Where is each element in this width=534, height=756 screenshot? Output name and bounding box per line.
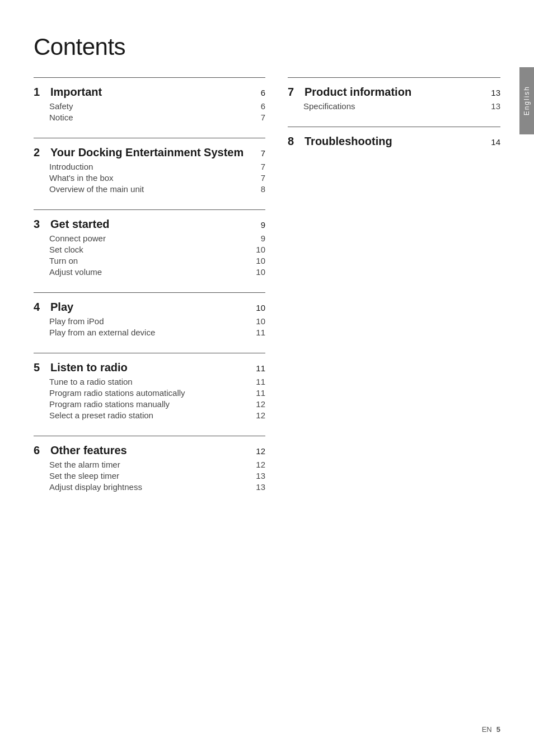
toc-sub-entry: Set clock10 [34,245,265,254]
toc-sub-entry: Safety6 [34,101,265,111]
toc-main-entry: 1Important6 [34,86,265,99]
section-page-number: 9 [261,220,265,230]
sub-entry-title: Set the alarm timer [49,460,120,469]
sidebar-tab: English [519,67,534,134]
section-divider [34,209,265,210]
section-title: Product information [305,86,486,99]
toc-main-entry: 5Listen to radio11 [34,361,265,374]
page-title: Contents [34,34,500,60]
sub-entry-title: Introduction [49,162,93,171]
section-divider [34,353,265,353]
sub-entry-page: 12 [256,460,265,469]
section-number: 1 [34,86,46,99]
sub-entry-page: 11 [256,377,265,386]
sub-entry-page: 11 [256,388,265,398]
section-title: Troubleshooting [305,135,486,148]
sub-entry-title: Tune to a radio station [49,377,133,386]
section-number: 2 [34,146,46,159]
sub-entry-title: Set the sleep timer [49,471,119,480]
section-title: Your Docking Entertainment System [50,146,256,159]
sub-entry-title: Notice [49,113,73,122]
toc-main-entry: 8Troubleshooting14 [288,135,500,148]
section-divider [288,77,500,78]
toc-sub-entry: Introduction7 [34,162,265,171]
section-page-number: 7 [261,148,265,158]
toc-section: 8Troubleshooting14 [288,127,500,148]
section-page-number: 11 [256,363,265,373]
sub-entry-title: Specifications [303,101,355,111]
toc-section: 7Product information13Specifications13 [288,77,500,111]
sub-entry-title: What's in the box [49,173,114,183]
section-number: 8 [288,135,300,148]
page-container: Contents 1Important6Safety6Notice72Your … [0,0,534,756]
footer-lang: EN [482,725,492,734]
sub-entry-title: Turn on [49,256,78,265]
sub-entry-title: Play from iPod [49,316,104,326]
section-title: Get started [50,218,256,231]
sub-entry-title: Connect power [49,234,106,243]
sub-entry-title: Adjust volume [49,267,102,277]
section-title: Important [50,86,256,99]
toc-sub-entry: Set the sleep timer13 [34,471,265,480]
section-divider [288,127,500,127]
toc-section: 2Your Docking Entertainment System7Intro… [34,138,265,194]
toc-sub-entry: Adjust display brightness13 [34,482,265,492]
toc-sub-entry: Program radio stations automatically11 [34,388,265,398]
toc-section: 1Important6Safety6Notice7 [34,77,265,122]
toc-sub-entry: Adjust volume10 [34,267,265,277]
toc-sub-entry: Turn on10 [34,256,265,265]
sub-entry-title: Program radio stations manually [49,399,170,409]
sub-entry-page: 12 [256,410,265,420]
sub-entry-page: 7 [261,162,265,171]
sub-entry-page: 6 [261,101,265,111]
sub-entry-title: Set clock [49,245,83,254]
toc-section: 4Play10Play from iPod10Play from an exte… [34,292,265,337]
sub-entry-page: 13 [491,101,500,111]
toc-left: 1Important6Safety6Notice72Your Docking E… [34,77,265,507]
section-number: 6 [34,444,46,457]
toc-sub-entry: Notice7 [34,113,265,122]
section-page-number: 10 [256,303,265,312]
sub-entry-title: Program radio stations automatically [49,388,185,398]
sub-entry-title: Select a preset radio station [49,410,153,420]
toc-section: 5Listen to radio11Tune to a radio statio… [34,353,265,420]
sub-entry-page: 10 [256,256,265,265]
toc-sub-entry: Tune to a radio station11 [34,377,265,386]
sub-entry-page: 7 [261,113,265,122]
toc-sub-entry: Specifications13 [288,101,500,111]
sub-entry-title: Play from an external device [49,328,155,337]
toc-sub-entry: Set the alarm timer12 [34,460,265,469]
toc-sub-entry: Program radio stations manually12 [34,399,265,409]
sub-entry-page: 10 [256,245,265,254]
section-number: 5 [34,361,46,374]
toc-main-entry: 6Other features12 [34,444,265,457]
section-number: 7 [288,86,300,99]
footer-page-number: 5 [496,725,500,734]
section-page-number: 14 [491,137,500,147]
toc-sub-entry: What's in the box7 [34,173,265,183]
section-number: 3 [34,218,46,231]
toc-sub-entry: Play from an external device11 [34,328,265,337]
section-page-number: 6 [261,88,265,97]
toc-sub-entry: Overview of the main unit8 [34,184,265,194]
section-divider [34,138,265,138]
sub-entry-page: 7 [261,173,265,183]
sub-entry-page: 13 [256,482,265,492]
section-title: Listen to radio [50,361,251,374]
section-page-number: 13 [491,88,500,97]
sub-entry-page: 13 [256,471,265,480]
sub-entry-title: Adjust display brightness [49,482,142,492]
toc-sub-entry: Play from iPod10 [34,316,265,326]
page-footer: EN 5 [482,725,500,734]
sub-entry-page: 10 [256,316,265,326]
toc-wrapper: 1Important6Safety6Notice72Your Docking E… [34,77,500,507]
toc-section: 3Get started9Connect power9Set clock10Tu… [34,209,265,277]
sub-entry-page: 8 [261,184,265,194]
sub-entry-title: Safety [49,101,73,111]
toc-sub-entry: Connect power9 [34,234,265,243]
sub-entry-page: 10 [256,267,265,277]
section-divider [34,77,265,78]
toc-main-entry: 3Get started9 [34,218,265,231]
sidebar-tab-label: English [523,86,531,115]
toc-main-entry: 4Play10 [34,301,265,314]
